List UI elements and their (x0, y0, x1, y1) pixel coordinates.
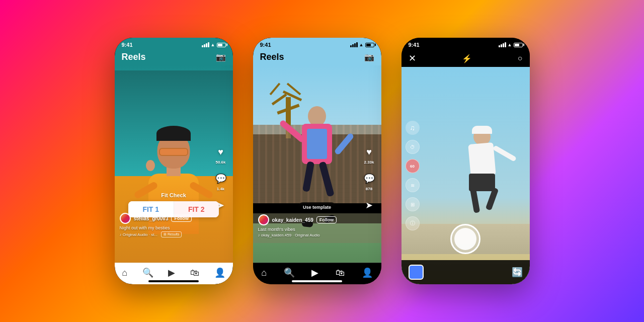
home-indicator-1 (148, 280, 199, 282)
circle-tool[interactable]: ⓘ (406, 216, 420, 230)
nav-profile-1[interactable]: 👤 (214, 267, 225, 278)
settings-icon[interactable]: ○ (518, 54, 523, 63)
signal-icon-3 (499, 42, 506, 47)
wifi-icon: ▲ (211, 42, 215, 47)
phone-3: 9:41 ▲ ✕ ⚡ ○ (401, 38, 530, 284)
user-avatar-2 (258, 214, 269, 225)
status-bar-2: 9:41 ▲ (253, 38, 381, 50)
reels-title-1: Reels (122, 52, 146, 62)
user-avatar-1 (120, 213, 131, 224)
comment-action-1[interactable]: 💬 1.4k (214, 172, 228, 191)
home-indicator-2 (292, 280, 342, 282)
camera-content: ♫ ⏱ 60 ≋ ⊞ ⓘ (401, 67, 530, 284)
audio-text-1: ♪ Original Audio · st... (120, 232, 158, 237)
status-bar-1: 9:41 ▲ (115, 38, 233, 50)
signal-icon (202, 42, 209, 47)
capture-button[interactable] (450, 224, 480, 254)
layout-tool[interactable]: ⊞ (406, 197, 420, 211)
caption-2: Last month's vibes (258, 227, 356, 232)
capture-inner (454, 228, 476, 250)
user-info-1: stellas_gr00v3 Follow Night out with my … (120, 213, 208, 237)
time-3: 9:41 (409, 42, 420, 48)
camera-bottom-bar: 🔄 (401, 260, 530, 284)
signal-icon-2 (350, 42, 358, 47)
battery-icon-2 (365, 43, 374, 47)
like-action-2[interactable]: ♥ 2.33k (362, 145, 376, 165)
audio-text-2: ♪ okay_kaiden.459 · Original Audio (258, 233, 320, 237)
username-1: stellas_gr00v3 (134, 216, 169, 221)
bottom-nav-1: ⌂ 🔍 ▶ 🛍 👤 (115, 263, 233, 284)
caption-1: Night out with my besties (120, 225, 208, 230)
use-template-btn[interactable]: Use template (298, 202, 336, 212)
like-action-1[interactable]: ♥ 50.6k (214, 145, 228, 165)
user-info-2: okay_kaiden_459 Follow Last month's vibe… (258, 214, 356, 237)
camera-header: ✕ ⚡ ○ (401, 50, 530, 67)
nav-home-1[interactable]: ⌂ (122, 268, 127, 278)
flip-camera-icon[interactable]: 🔄 (512, 267, 523, 278)
nav-home-2[interactable]: ⌂ (261, 268, 267, 278)
wifi-icon-2: ▲ (359, 42, 364, 47)
nav-search-2[interactable]: 🔍 (284, 267, 295, 278)
nav-reels-1[interactable]: ▶ (168, 267, 175, 278)
status-icons-3: ▲ (499, 42, 523, 47)
bottom-nav-2: ⌂ 🔍 ▶ 🛍 👤 (253, 263, 381, 284)
status-icons-1: ▲ (202, 42, 226, 47)
time-2: 9:41 (260, 42, 271, 48)
music-tool[interactable]: ♫ (406, 121, 420, 135)
phone1-content: ♥ 50.6k 💬 1.4k ➤ Fit Check FIT 1 FIT 2 (115, 65, 233, 263)
wifi-icon-3: ▲ (508, 42, 512, 47)
camera-icon-2[interactable]: 📷 (364, 52, 374, 62)
gallery-thumbnail[interactable] (409, 265, 424, 280)
time-1: 9:41 (122, 42, 133, 48)
share-action-2[interactable]: ➤ (362, 198, 376, 212)
status-bar-3: 9:41 ▲ (401, 38, 530, 50)
battery-icon-3 (514, 43, 523, 47)
phone-2: 9:41 ▲ Reels 📷 (253, 38, 381, 284)
flash-icon[interactable]: ⚡ (462, 54, 472, 63)
phone-1: 9:41 ▲ Reels 📷 (115, 38, 233, 284)
app-header-2: Reels 📷 (253, 50, 381, 65)
app-header-1: Reels 📷 (115, 50, 233, 65)
side-actions-2: ♥ 2.33k 💬 878 ➤ (362, 145, 376, 212)
nav-search-1[interactable]: 🔍 (142, 267, 153, 278)
speed-tool[interactable]: 60 (406, 159, 420, 173)
follow-btn-2[interactable]: Follow (316, 216, 337, 223)
follow-btn-1[interactable]: Follow (171, 215, 192, 222)
battery-icon (217, 43, 226, 47)
results-btn-1[interactable]: ⊞ Results (161, 231, 182, 237)
nav-shop-1[interactable]: 🛍 (190, 268, 199, 278)
reels-title-2: Reels (260, 52, 284, 62)
fit-check-label: Fit Check (128, 192, 219, 198)
side-tools: ♫ ⏱ 60 ≋ ⊞ ⓘ (406, 121, 420, 230)
close-icon[interactable]: ✕ (409, 53, 416, 64)
comment-action-2[interactable]: 💬 878 (362, 172, 376, 191)
nav-reels-2[interactable]: ▶ (311, 267, 318, 278)
camera-icon-1[interactable]: 📷 (216, 52, 226, 62)
phone2-content: Use template ♥ 2.33k 💬 878 ➤ (253, 65, 381, 263)
filter-tool[interactable]: ≋ (406, 178, 420, 192)
username-2: okay_kaiden_459 (272, 217, 313, 223)
nav-profile-2[interactable]: 👤 (362, 267, 373, 278)
status-icons-2: ▲ (350, 42, 374, 47)
timer-tool[interactable]: ⏱ (406, 140, 420, 154)
nav-shop-2[interactable]: 🛍 (336, 268, 345, 278)
